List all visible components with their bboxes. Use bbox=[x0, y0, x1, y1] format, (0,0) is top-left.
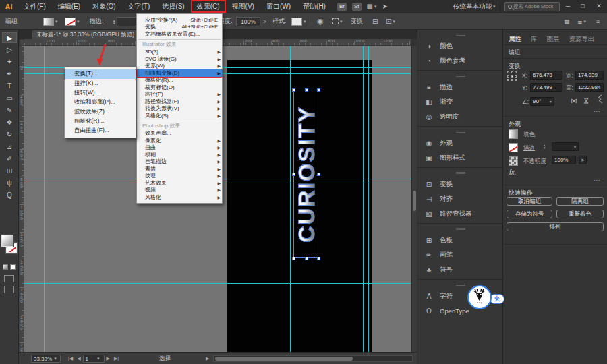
stroke-weight-dropdown[interactable]: ▾ bbox=[552, 142, 579, 151]
stock-button[interactable]: St bbox=[352, 3, 362, 11]
vertical-scrollbar[interactable] bbox=[411, 46, 417, 352]
share-icon[interactable]: ➤ bbox=[382, 3, 387, 10]
rotate-tool[interactable]: ↻ bbox=[2, 129, 17, 140]
menu-item-effect[interactable]: 纹理▶ bbox=[137, 173, 222, 180]
menubar-item-选择(S)[interactable]: 选择(S) bbox=[156, 0, 190, 13]
menu-item-effect[interactable]: 艺术效果▶ bbox=[137, 179, 222, 187]
recolor-artwork-icon[interactable]: ◉ bbox=[317, 17, 324, 26]
menu-item-effect[interactable]: 路径(P)▶ bbox=[137, 91, 222, 98]
transform-link[interactable]: 变换 bbox=[351, 17, 363, 26]
menu-item-effect[interactable]: SVG 滤镜(G)▶ bbox=[137, 55, 222, 63]
stock-search-input[interactable]: 搜索 Adobe Stock bbox=[504, 2, 560, 11]
next-artboard-icon[interactable]: ▶ bbox=[107, 356, 110, 361]
submenu-item-transform[interactable]: 自由扭曲(F)... bbox=[65, 126, 136, 135]
selection-bounding-box[interactable] bbox=[293, 90, 318, 258]
dock-item-路径查找器[interactable]: ▧路径查找器 bbox=[417, 206, 504, 221]
vertical-ruler[interactable]: 0200400600800100012001400160018002000 bbox=[19, 46, 24, 352]
fx-button[interactable]: fx. bbox=[509, 169, 517, 176]
selection-handle[interactable] bbox=[292, 257, 295, 260]
menu-item-effect[interactable]: 路径查找器(F)▶ bbox=[137, 98, 222, 105]
panel-group-drag-handle[interactable] bbox=[456, 75, 465, 77]
tab-layers[interactable]: 图层 bbox=[547, 35, 560, 44]
panel-group-drag-handle[interactable] bbox=[456, 284, 465, 286]
arrange-grid-icon[interactable]: ▦ bbox=[564, 18, 570, 25]
height-field[interactable]: 1222.984 bbox=[575, 83, 604, 92]
status-expand-icon[interactable]: ▶ bbox=[206, 356, 209, 361]
opacity-field[interactable]: 100% bbox=[236, 17, 260, 26]
opacity-checker-icon[interactable] bbox=[509, 156, 518, 166]
dock-item-描边[interactable]: ≡描边 bbox=[417, 80, 504, 94]
menubar-item-对象(O)[interactable]: 对象(O) bbox=[86, 0, 121, 13]
submenu-item-transform[interactable]: 粗糙化(R)... bbox=[65, 117, 136, 126]
selection-handle[interactable] bbox=[317, 257, 320, 260]
dock-item-符号[interactable]: ♣符号 bbox=[417, 262, 504, 277]
none-mode-button[interactable] bbox=[10, 264, 16, 270]
zoom-tool[interactable]: Q bbox=[2, 190, 17, 201]
opacity-more-button[interactable]: > bbox=[263, 18, 266, 25]
dock-item-画笔[interactable]: ✏画笔 bbox=[417, 247, 504, 262]
menu-item-effect[interactable]: 栅格化(R)... bbox=[137, 77, 222, 84]
width-field[interactable]: 174.039 bbox=[575, 71, 604, 80]
first-artboard-icon[interactable]: |◀ bbox=[68, 356, 73, 361]
rectangle-tool[interactable]: ▭ bbox=[2, 93, 17, 104]
transform-more-options[interactable]: ... bbox=[594, 107, 601, 113]
hand-tool[interactable]: ψ bbox=[2, 178, 17, 189]
shape-builder-tool[interactable]: ❖ bbox=[2, 117, 17, 128]
quick-action-存储为符号[interactable]: 存储为符号 bbox=[507, 210, 552, 218]
selection-handle[interactable] bbox=[292, 88, 295, 92]
scale-tool[interactable]: ⊿ bbox=[2, 142, 17, 152]
selection-handle[interactable] bbox=[317, 88, 320, 92]
screen-mode-button[interactable] bbox=[4, 286, 14, 293]
dock-item-色板[interactable]: ⊞色板 bbox=[417, 233, 504, 247]
menu-item-effect[interactable]: 视频▶ bbox=[137, 187, 222, 194]
selection-handle[interactable] bbox=[292, 173, 295, 176]
flip-horizontal-icon[interactable]: ⋈ bbox=[571, 97, 577, 104]
menu-item-effect[interactable]: 素描▶ bbox=[137, 165, 222, 173]
pen-tool[interactable]: ✒ bbox=[2, 69, 17, 80]
artboard-number-dropdown[interactable]: 1 ▾ bbox=[83, 355, 105, 363]
menubar-item-effect-highlighted[interactable]: 效果(C) bbox=[191, 0, 226, 13]
type-tool[interactable]: T bbox=[2, 81, 17, 92]
menubar-item-帮助(H)[interactable]: 帮助(H) bbox=[297, 0, 332, 13]
fill-swatch[interactable] bbox=[1, 235, 13, 247]
direct-selection-tool[interactable]: ▷ bbox=[2, 44, 17, 55]
menu-item-effect[interactable]: 文档栅格效果设置(E)... bbox=[137, 30, 222, 38]
style-dropdown[interactable]: ▾ bbox=[291, 13, 306, 29]
constrain-proportions-icon[interactable] bbox=[596, 94, 604, 104]
submenu-item-transform[interactable]: 波纹效果(Z)... bbox=[65, 107, 136, 117]
workspace-switcher[interactable]: 传统基本功能 ▾ bbox=[453, 0, 496, 13]
horizontal-scrollbar-thumb[interactable] bbox=[215, 357, 353, 361]
selection-handle[interactable] bbox=[305, 257, 308, 260]
rotation-angle-dropdown[interactable]: 90° ▾ bbox=[530, 97, 554, 106]
vertical-scrollbar-thumb[interactable] bbox=[413, 191, 416, 211]
opacity-field[interactable]: 100% bbox=[552, 156, 576, 164]
transform-options-button[interactable]: ⊡▾ bbox=[386, 13, 395, 29]
dock-item-图形样式[interactable]: ▣图形样式 bbox=[417, 150, 504, 165]
dock-item-颜色[interactable]: ◑颜色 bbox=[417, 38, 504, 53]
quick-action-重新着色[interactable]: 重新着色 bbox=[556, 210, 604, 218]
tab-asset-export[interactable]: 资源导出 bbox=[569, 35, 595, 44]
selection-handle[interactable] bbox=[305, 88, 308, 92]
menu-item-effect[interactable]: 变换...Alt+Shift+Ctrl+E bbox=[137, 24, 222, 31]
submenu-item-transform[interactable]: 扭拧(K)... bbox=[65, 79, 136, 88]
menu-item-effect[interactable]: 应用"变换"(A)Shift+Ctrl+E bbox=[137, 16, 222, 24]
fill-color-dropdown[interactable]: ▾ bbox=[43, 13, 58, 29]
menu-item-effect[interactable]: 3D(3)▶ bbox=[137, 49, 222, 56]
appearance-more-options[interactable]: ... bbox=[594, 175, 601, 182]
submenu-item-transform[interactable]: 收缩和膨胀(P)... bbox=[65, 98, 136, 107]
paintbrush-tool[interactable]: ✎ bbox=[2, 105, 17, 116]
quick-action-取消编组[interactable]: 取消编组 bbox=[507, 197, 552, 206]
document-tab[interactable]: 未标题-1* @ 33.33% (RGB/GPU 预览) × bbox=[32, 30, 146, 39]
menubar-item-窗口(W)[interactable]: 窗口(W) bbox=[260, 0, 297, 13]
dock-item-透明度[interactable]: ◎透明度 bbox=[417, 109, 504, 124]
menubar-item-文字(T)[interactable]: 文字(T) bbox=[122, 0, 156, 13]
dock-item-渐变[interactable]: ◧渐变 bbox=[417, 94, 504, 109]
menu-item-effect[interactable]: 风格化▶ bbox=[137, 193, 222, 201]
maximize-button[interactable]: □ bbox=[576, 0, 589, 13]
menu-item-effect[interactable]: 扭曲和变换(D)▶ bbox=[137, 69, 222, 77]
menu-item-effect[interactable]: 扭曲▶ bbox=[137, 144, 222, 152]
view-options-button[interactable]: ≣▾ bbox=[577, 13, 586, 29]
quick-action-隔离组[interactable]: 隔离组 bbox=[556, 197, 604, 206]
draw-mode-button[interactable] bbox=[4, 275, 14, 282]
panel-group-drag-handle[interactable] bbox=[456, 172, 465, 174]
